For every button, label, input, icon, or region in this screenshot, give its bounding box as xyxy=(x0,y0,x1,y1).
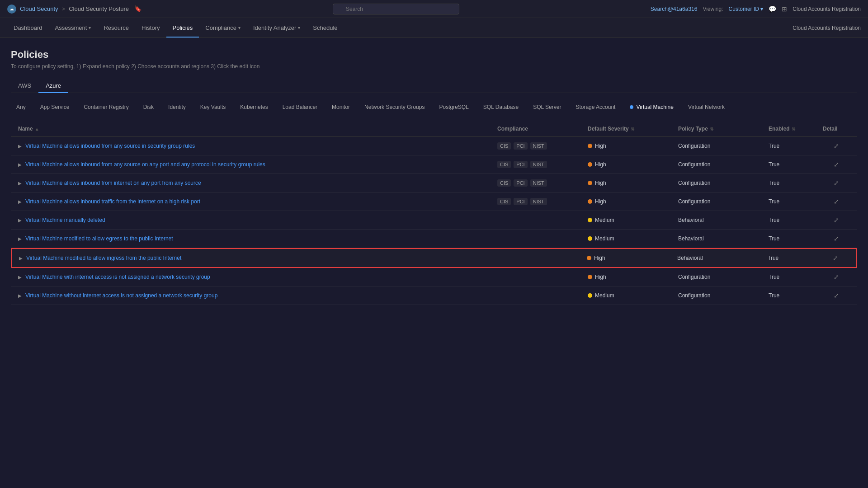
filter-key-vaults[interactable]: Key Vaults xyxy=(195,102,231,112)
table-row[interactable]: ▶ Virtual Machine manually deleted Mediu… xyxy=(11,211,857,230)
filter-monitor[interactable]: Monitor xyxy=(326,102,355,112)
detail-icon[interactable]: ⤢ xyxy=(823,142,850,150)
expand-icon[interactable]: ▶ xyxy=(18,199,22,204)
filter-identity[interactable]: Identity xyxy=(163,102,191,112)
badge-nist: NIST xyxy=(530,198,547,205)
detail-icon[interactable]: ⤢ xyxy=(822,254,849,262)
col-detail: Detail xyxy=(823,126,850,132)
badge-cis: CIS xyxy=(497,198,511,205)
filter-network-security-groups[interactable]: Network Security Groups xyxy=(359,102,430,112)
policy-type-cell: Configuration xyxy=(678,143,769,149)
breadcrumb-separator: > xyxy=(62,5,66,12)
row-name: ▶ Virtual Machine with internet access i… xyxy=(18,274,497,280)
nav-dashboard[interactable]: Dashboard xyxy=(7,18,49,38)
search-area: 🔍 xyxy=(333,4,459,14)
policy-name: Virtual Machine allows inbound from any … xyxy=(25,161,265,168)
detail-icon[interactable]: ⤢ xyxy=(823,273,850,281)
customer-id[interactable]: Customer ID ▾ xyxy=(729,6,764,12)
col-name[interactable]: Name ▲ xyxy=(18,126,497,132)
sort-name-icon: ▲ xyxy=(35,127,39,131)
sort-enabled-icon: ⇅ xyxy=(792,127,795,131)
row-name: ▶ Virtual Machine modified to allow ingr… xyxy=(19,255,496,261)
detail-icon[interactable]: ⤢ xyxy=(823,216,850,224)
filter-kubernetes[interactable]: Kubernetes xyxy=(235,102,273,112)
table-header: Name ▲ Compliance Default Severity ⇅ Pol… xyxy=(11,121,857,137)
table-row[interactable]: ▶ Virtual Machine allows inbound from in… xyxy=(11,174,857,192)
severity-cell: High xyxy=(588,180,678,186)
row-name: ▶ Virtual Machine manually deleted xyxy=(18,217,497,223)
col-severity-label: Default Severity xyxy=(588,126,629,132)
bookmark-icon[interactable]: 🔖 xyxy=(134,5,142,12)
badge-pci: PCI xyxy=(514,179,527,187)
col-policy-type[interactable]: Policy Type ⇅ xyxy=(678,126,769,132)
expand-icon[interactable]: ▶ xyxy=(18,236,22,241)
filter-virtual-machine[interactable]: Virtual Machine xyxy=(624,102,679,112)
accounts-registration-nav[interactable]: Cloud Accounts Registration xyxy=(793,25,861,31)
policy-type-cell: Configuration xyxy=(678,198,769,205)
filter-virtual-network[interactable]: Virtual Network xyxy=(683,102,730,112)
detail-icon[interactable]: ⤢ xyxy=(823,235,850,242)
filter-app-service[interactable]: App Service xyxy=(35,102,75,112)
detail-icon[interactable]: ⤢ xyxy=(823,179,850,187)
expand-icon[interactable]: ▶ xyxy=(18,218,22,223)
chevron-down-icon-compliance: ▾ xyxy=(238,25,241,30)
tab-aws[interactable]: AWS xyxy=(11,79,38,93)
expand-icon[interactable]: ▶ xyxy=(18,181,22,186)
detail-icon[interactable]: ⤢ xyxy=(823,198,850,205)
severity-dot-medium xyxy=(588,218,592,222)
table-row[interactable]: ▶ Virtual Machine allows inbound from an… xyxy=(11,155,857,174)
nav-assessment[interactable]: Assessment ▾ xyxy=(49,18,98,38)
filter-sql-server[interactable]: SQL Server xyxy=(528,102,566,112)
chevron-down-icon-identity: ▾ xyxy=(298,25,300,30)
tab-azure[interactable]: Azure xyxy=(38,79,68,93)
col-enabled[interactable]: Enabled ⇅ xyxy=(769,126,823,132)
expand-icon[interactable]: ▶ xyxy=(18,144,22,149)
chevron-down-icon: ▾ xyxy=(89,25,91,30)
table-row[interactable]: ▶ Virtual Machine modified to allow egre… xyxy=(11,230,857,248)
expand-icon[interactable]: ▶ xyxy=(19,256,23,261)
badge-nist: NIST xyxy=(530,161,547,168)
filter-postgresql[interactable]: PostgreSQL xyxy=(434,102,474,112)
search-wrapper: 🔍 xyxy=(333,4,459,14)
severity-cell: High xyxy=(588,143,678,149)
badge-nist: NIST xyxy=(530,179,547,187)
chat-icon[interactable]: 💬 xyxy=(769,5,776,13)
table-row[interactable]: ▶ Virtual Machine with internet access i… xyxy=(11,268,857,286)
expand-icon[interactable]: ▶ xyxy=(18,275,22,280)
search-input[interactable] xyxy=(333,4,459,14)
accounts-registration[interactable]: Cloud Accounts Registration xyxy=(793,6,861,12)
nav-identity-analyzer[interactable]: Identity Analyzer ▾ xyxy=(247,18,307,38)
col-compliance: Compliance xyxy=(497,126,588,132)
filter-storage-account[interactable]: Storage Account xyxy=(570,102,621,112)
filter-load-balancer[interactable]: Load Balancer xyxy=(277,102,323,112)
grid-icon[interactable]: ⊞ xyxy=(782,5,787,13)
nav-compliance[interactable]: Compliance ▾ xyxy=(199,18,247,38)
filter-container-registry[interactable]: Container Registry xyxy=(78,102,134,112)
table-row-highlighted[interactable]: ▶ Virtual Machine modified to allow ingr… xyxy=(11,248,857,268)
filter-disk[interactable]: Disk xyxy=(138,102,159,112)
table-row[interactable]: ▶ Virtual Machine allows inbound from an… xyxy=(11,137,857,155)
detail-icon[interactable]: ⤢ xyxy=(823,292,850,299)
table-row[interactable]: ▶ Virtual Machine without internet acces… xyxy=(11,286,857,305)
col-severity[interactable]: Default Severity ⇅ xyxy=(588,126,678,132)
detail-icon[interactable]: ⤢ xyxy=(823,161,850,168)
expand-icon[interactable]: ▶ xyxy=(18,162,22,167)
nav-history[interactable]: History xyxy=(135,18,166,38)
enabled-cell: True xyxy=(769,143,823,149)
severity-cell: Medium xyxy=(588,235,678,242)
severity-label: Medium xyxy=(595,235,614,242)
badge-cis: CIS xyxy=(497,161,511,168)
badge-pci: PCI xyxy=(514,161,527,168)
breadcrumb-brand[interactable]: Cloud Security xyxy=(20,5,58,12)
policy-name: Virtual Machine with internet access is … xyxy=(25,274,210,280)
main-content: Policies To configure policy setting, 1)… xyxy=(0,38,868,305)
filter-any[interactable]: Any xyxy=(11,102,31,112)
severity-label: High xyxy=(595,161,606,168)
expand-icon[interactable]: ▶ xyxy=(18,293,22,298)
severity-dot-high xyxy=(588,144,592,148)
nav-resource[interactable]: Resource xyxy=(97,18,135,38)
table-row[interactable]: ▶ Virtual Machine allows inbound traffic… xyxy=(11,192,857,211)
filter-sql-database[interactable]: SQL Database xyxy=(478,102,524,112)
nav-policies[interactable]: Policies xyxy=(166,18,199,38)
nav-schedule[interactable]: Schedule xyxy=(307,18,344,38)
